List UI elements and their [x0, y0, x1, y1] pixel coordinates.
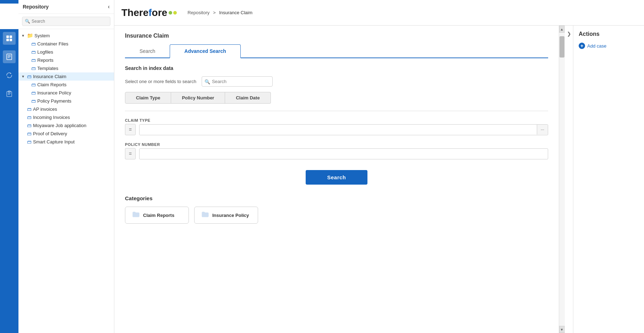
sidebar-tree: ▼ 📁 System 🗃 Container Files 🗃 Logfiles …: [18, 29, 114, 333]
main-content: Insurance Claim Search Advanced Search S…: [114, 26, 559, 333]
policy-number-field-section: POLICY NUMBER =: [125, 142, 548, 159]
dot-green: [169, 11, 172, 15]
caret-icon: ▼: [21, 75, 26, 78]
search-row: Select one or more fields to search 🔍: [125, 76, 548, 87]
logo-dots: [169, 11, 177, 15]
scrollbar-down-button[interactable]: ▼: [559, 326, 565, 333]
policy-number-operator[interactable]: =: [125, 148, 136, 159]
category-folder-icon: [132, 211, 140, 219]
policy-number-field-row: =: [125, 148, 548, 159]
caret-icon: ▼: [21, 34, 26, 38]
sidebar-item-label: AP invoices: [33, 107, 57, 112]
scrollbar: ▲ ▼: [559, 26, 564, 333]
claim-type-input-wrap: ···: [139, 124, 548, 135]
top-bar: Therefore Repository > Insurance Claim: [114, 0, 644, 26]
sidebar-item-label: Insurance Policy: [37, 90, 71, 95]
right-toggle-button[interactable]: ❯: [564, 26, 573, 333]
sidebar-item-label: Smart Capture Input: [33, 139, 75, 144]
doc-icon: 🗃: [31, 58, 36, 63]
sidebar-item-container-files[interactable]: 🗃 Container Files: [18, 40, 114, 48]
sidebar-item-label: Container Files: [37, 41, 68, 47]
grid-nav-icon[interactable]: [3, 32, 16, 45]
search-label: Select one or more fields to search: [125, 79, 196, 84]
sidebar-item-label: System: [34, 33, 50, 38]
claim-type-ellipsis-button[interactable]: ···: [537, 125, 548, 135]
doc-icon: 🗃: [31, 82, 36, 87]
doc-icon: 🗃: [27, 131, 32, 136]
page-title: Insurance Claim: [125, 33, 548, 39]
folder-icon: 📁: [27, 33, 33, 38]
search-section-title: Search in index data: [125, 65, 548, 71]
search-button[interactable]: Search: [306, 170, 367, 185]
breadcrumb-parent[interactable]: Repository: [187, 10, 209, 15]
sidebar-item-label: Claim Reports: [37, 82, 66, 87]
tab-search[interactable]: Search: [125, 44, 170, 58]
doc-icon: 🗃: [31, 66, 36, 71]
category-label: Claim Reports: [143, 213, 174, 218]
docs-nav-icon[interactable]: [3, 50, 16, 63]
claim-type-label: CLAIM TYPE: [125, 118, 548, 122]
divider: [125, 111, 548, 111]
policy-number-input[interactable]: [139, 148, 548, 159]
sidebar-item-label: Reports: [37, 58, 54, 63]
sidebar-item-policy-payments[interactable]: 🗃 Policy Payments: [18, 97, 114, 105]
sidebar-item-templates[interactable]: 🗃 Templates: [18, 64, 114, 72]
sidebar-item-insurance-policy[interactable]: 🗃 Insurance Policy: [18, 89, 114, 97]
sidebar-item-reports[interactable]: 🗃 Reports: [18, 56, 114, 64]
sidebar-search-icon: 🔍: [25, 19, 30, 24]
breadcrumb-current: Insurance Claim: [219, 10, 252, 15]
svg-rect-0: [6, 36, 9, 38]
sidebar-item-label: Insurance Claim: [33, 74, 66, 79]
sidebar-item-insurance-claim[interactable]: ▼ 🗃 Insurance Claim: [18, 72, 114, 81]
sidebar-item-label: Policy Payments: [37, 98, 71, 104]
policy-number-input-wrapper: [139, 148, 548, 159]
policy-number-label: POLICY NUMBER: [125, 142, 548, 147]
clipboard-nav-icon[interactable]: [3, 87, 16, 100]
filter-claim-type-button[interactable]: Claim Type: [125, 92, 171, 104]
claim-type-field-row: = ···: [125, 124, 548, 135]
sidebar-search-area: 🔍: [18, 14, 114, 29]
sidebar-item-smart-capture[interactable]: 🗃 Smart Capture Input: [18, 138, 114, 146]
sidebar-title: Repository: [23, 4, 49, 10]
logo-area: Therefore: [121, 7, 177, 18]
doc-icon: 🗃: [31, 41, 36, 47]
sidebar-item-ap-invoices[interactable]: 🗃 AP invoices: [18, 105, 114, 113]
categories-title: Categories: [125, 195, 548, 201]
logo-text: Therefore: [121, 7, 167, 18]
main-wrapper: Therefore Repository > Insurance Claim I…: [114, 0, 644, 333]
svg-rect-4: [7, 54, 12, 60]
sidebar-header: Repository ‹: [18, 0, 114, 14]
sidebar: Repository ‹ 🔍 ▼ 📁 System 🗃 Container Fi…: [18, 0, 114, 333]
claim-type-operator[interactable]: =: [125, 124, 136, 135]
doc-icon: 🗃: [27, 139, 32, 144]
sidebar-collapse-button[interactable]: ‹: [108, 4, 110, 10]
breadcrumb: Repository > Insurance Claim: [187, 10, 252, 15]
filter-policy-number-button[interactable]: Policy Number: [171, 92, 225, 104]
scrollbar-thumb[interactable]: [560, 36, 564, 58]
category-folder-icon: [202, 211, 209, 219]
claim-type-input[interactable]: [140, 125, 537, 135]
sidebar-item-system[interactable]: ▼ 📁 System: [18, 31, 114, 40]
add-case-action[interactable]: + Add case: [579, 43, 639, 49]
category-card-claim-reports[interactable]: Claim Reports: [125, 207, 189, 224]
content-area: Insurance Claim Search Advanced Search S…: [114, 26, 644, 333]
sync-nav-icon[interactable]: [3, 69, 16, 82]
svg-rect-3: [10, 39, 12, 41]
sidebar-item-proof-of-delivery[interactable]: 🗃 Proof of Delivery: [18, 130, 114, 138]
search-index-input[interactable]: [202, 76, 273, 87]
scrollbar-up-button[interactable]: ▲: [559, 26, 565, 33]
doc-icon: 🗃: [27, 123, 32, 128]
tab-advanced-search[interactable]: Advanced Search: [170, 44, 241, 58]
sidebar-item-logfiles[interactable]: 🗃 Logfiles: [18, 48, 114, 56]
filter-claim-date-button[interactable]: Claim Date: [225, 92, 271, 104]
sidebar-item-moyaware[interactable]: 🗃 Moyaware Job application: [18, 121, 114, 130]
sidebar-item-incoming-invoices[interactable]: 🗃 Incoming Invoices: [18, 113, 114, 121]
nav-bar: [0, 0, 18, 333]
category-card-insurance-policy[interactable]: Insurance Policy: [194, 207, 258, 224]
sidebar-item-claim-reports[interactable]: 🗃 Claim Reports: [18, 81, 114, 89]
doc-icon: 🗃: [31, 49, 36, 55]
logo-area: [0, 4, 18, 29]
sidebar-search-input[interactable]: [22, 17, 110, 26]
category-label: Insurance Policy: [212, 213, 249, 218]
svg-rect-1: [10, 36, 12, 38]
